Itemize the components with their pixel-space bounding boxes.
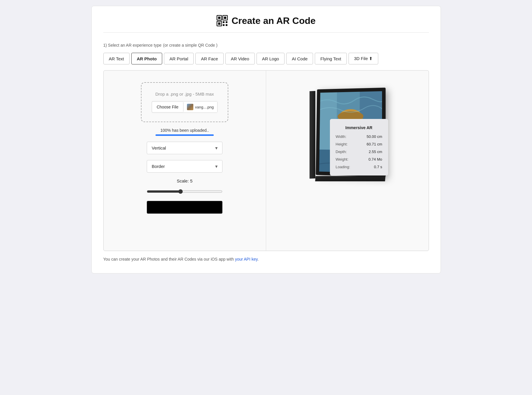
tab-ar-portal[interactable]: AR Portal xyxy=(164,53,194,64)
page-container: Create an AR Code 1) Select an AR experi… xyxy=(91,6,441,273)
upload-status-text: 100% has been uploaded.. xyxy=(155,128,214,133)
height-value: 60.71 cm xyxy=(367,141,382,148)
depth-label: Depth: xyxy=(336,148,347,156)
svg-rect-1 xyxy=(218,17,220,19)
main-panel: Drop a .png or .jpg - 5MB max Choose Fil… xyxy=(103,70,429,251)
svg-rect-5 xyxy=(218,22,220,25)
slider-wrap xyxy=(147,189,222,195)
qr-code-icon xyxy=(216,15,228,27)
color-swatch[interactable] xyxy=(147,201,222,214)
page-title: Create an AR Code xyxy=(216,15,316,27)
frame-side xyxy=(310,91,315,179)
upload-status: 100% has been uploaded.. xyxy=(155,128,214,136)
info-card-title: Immersive AR xyxy=(336,124,382,132)
orientation-select[interactable]: Vertical Horizontal xyxy=(147,142,222,154)
drop-zone[interactable]: Drop a .png or .jpg - 5MB max Choose Fil… xyxy=(141,82,228,122)
file-input-row: Choose File vang....png xyxy=(152,101,218,113)
tab-ai-code[interactable]: AI Code xyxy=(286,53,313,64)
svg-rect-3 xyxy=(224,17,226,19)
info-loading-row: Loading: 0.7 s xyxy=(336,163,382,171)
progress-bar-fill xyxy=(155,134,214,136)
artwork-3d-preview: Immersive AR Width: 50.00 cm Height: 60.… xyxy=(307,88,388,181)
tab-ar-logo[interactable]: AR Logo xyxy=(257,53,284,64)
api-key-link[interactable]: your API key xyxy=(235,257,258,261)
tab-3d-file[interactable]: 3D File ⬆ xyxy=(349,53,379,64)
width-label: Width: xyxy=(336,133,347,141)
style-select[interactable]: Border No Border Shadow xyxy=(147,160,222,173)
info-card: Immersive AR Width: 50.00 cm Height: 60.… xyxy=(330,119,388,175)
section1-label: 1) Select an AR experience type (or crea… xyxy=(103,41,429,48)
svg-rect-8 xyxy=(223,24,225,26)
weight-label: Weight: xyxy=(336,156,349,163)
scale-label: Scale: 5 xyxy=(177,178,192,183)
tab-ar-photo[interactable]: AR Photo xyxy=(131,53,162,64)
drop-hint-text: Drop a .png or .jpg - 5MB max xyxy=(155,92,214,96)
info-width-row: Width: 50.00 cm xyxy=(336,133,382,141)
width-value: 50.00 cm xyxy=(367,133,382,141)
footer-text: You can create your AR Photos and their … xyxy=(103,257,429,261)
page-header: Create an AR Code xyxy=(103,15,429,33)
info-depth-row: Depth: 2.55 cm xyxy=(336,148,382,156)
right-panel: Immersive AR Width: 50.00 cm Height: 60.… xyxy=(266,71,429,251)
choose-file-button[interactable]: Choose File xyxy=(152,102,183,112)
frame-bottom xyxy=(315,176,386,181)
tab-ar-video[interactable]: AR Video xyxy=(225,53,255,64)
file-name-text: vang....png xyxy=(195,105,214,109)
orientation-select-wrapper: Vertical Horizontal ▼ xyxy=(147,142,222,154)
scale-slider[interactable] xyxy=(147,189,222,194)
depth-value: 2.55 cm xyxy=(369,148,382,156)
loading-label: Loading: xyxy=(336,163,350,171)
svg-rect-6 xyxy=(223,21,225,23)
tab-ar-text[interactable]: AR Text xyxy=(103,53,130,64)
info-height-row: Height: 60.71 cm xyxy=(336,141,382,148)
file-name-display: vang....png xyxy=(183,101,217,113)
tab-flying-text[interactable]: Flying Text xyxy=(315,53,347,64)
weight-value: 0.74 Mo xyxy=(369,156,382,163)
style-select-wrapper: Border No Border Shadow ▼ xyxy=(147,160,222,173)
tabs-row: AR Text AR Photo AR Portal AR Face AR Vi… xyxy=(103,53,429,64)
svg-rect-9 xyxy=(226,24,227,26)
info-weight-row: Weight: 0.74 Mo xyxy=(336,156,382,163)
left-panel: Drop a .png or .jpg - 5MB max Choose Fil… xyxy=(104,71,266,251)
loading-value: 0.7 s xyxy=(374,163,382,171)
file-thumbnail xyxy=(187,104,193,110)
progress-bar-wrap xyxy=(155,134,214,136)
height-label: Height: xyxy=(336,141,348,148)
tab-ar-face[interactable]: AR Face xyxy=(195,53,223,64)
svg-rect-7 xyxy=(226,21,227,23)
